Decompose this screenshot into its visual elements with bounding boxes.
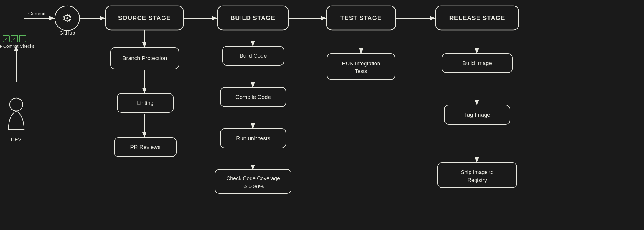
- release-stage-label: RELEASE STAGE: [449, 14, 505, 21]
- github-label: GitHub: [60, 30, 75, 36]
- tag-image-label: Tag Image: [464, 112, 490, 118]
- svg-point-34: [10, 98, 23, 111]
- build-code-label: Build Code: [240, 53, 267, 59]
- build-image-label: Build Image: [462, 60, 492, 66]
- test-stage-label: TEST STAGE: [340, 14, 382, 21]
- build-stage-label: BUILD STAGE: [230, 14, 275, 21]
- check-coverage-value: % > 80%: [243, 184, 264, 190]
- svg-rect-30: [327, 54, 395, 80]
- run-integration-label: RUN Integration: [342, 61, 380, 67]
- svg-rect-29: [215, 169, 291, 193]
- pre-commit-label: Pre Commit Checks: [0, 44, 34, 49]
- run-integration-label2: Tests: [355, 68, 367, 74]
- commit-label: Commit: [28, 11, 46, 16]
- dev-label: DEV: [11, 137, 22, 143]
- ship-image-label: Ship Image to: [461, 169, 493, 175]
- pr-reviews-label: PR Reviews: [130, 144, 160, 150]
- check3-icon: ✓: [21, 37, 24, 41]
- check1-icon: ✓: [4, 37, 8, 41]
- branch-protection-label: Branch Protection: [122, 55, 167, 61]
- check2-icon: ✓: [13, 37, 16, 41]
- github-icon: ⚙: [62, 12, 72, 24]
- run-unit-tests-label: Run unit tests: [236, 135, 270, 141]
- source-stage-label: SOURCE STAGE: [118, 14, 171, 21]
- check-coverage-label: Check Code Coverage: [226, 176, 280, 181]
- diagram-svg: SOURCE STAGE BUILD STAGE TEST STAGE RELE…: [0, 0, 644, 230]
- ship-image-label2: Registry: [467, 177, 487, 183]
- diagram: SOURCE STAGE BUILD STAGE TEST STAGE RELE…: [0, 0, 644, 230]
- linting-label: Linting: [137, 100, 154, 106]
- compile-code-label: Compile Code: [235, 94, 271, 100]
